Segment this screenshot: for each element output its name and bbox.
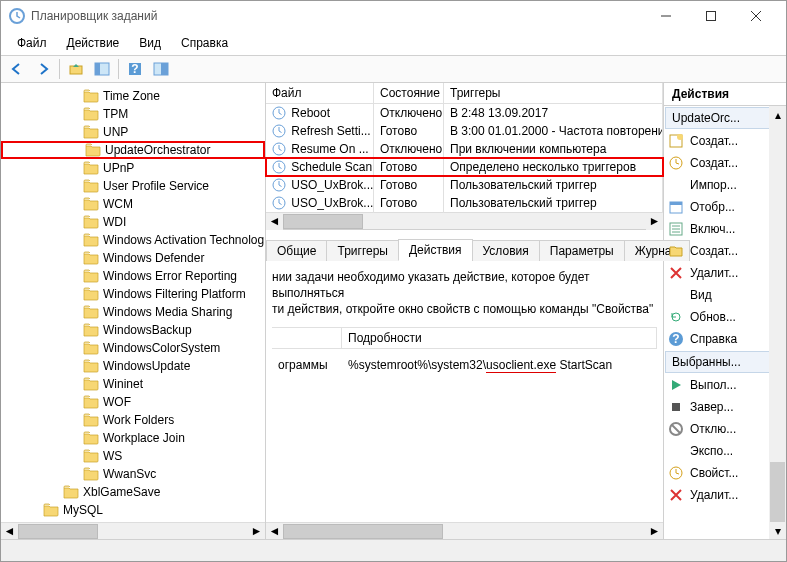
maximize-button[interactable]	[688, 2, 733, 30]
action-item[interactable]: Создат...	[664, 240, 786, 262]
action-item[interactable]: ?Справка	[664, 328, 786, 350]
tree-item[interactable]: Wininet	[1, 375, 265, 393]
minimize-button[interactable]	[643, 2, 688, 30]
tree-item[interactable]: WindowsColorSystem	[1, 339, 265, 357]
tree-item[interactable]: Windows Error Reporting	[1, 267, 265, 285]
col-file[interactable]: Файл	[266, 83, 374, 103]
panel-button[interactable]	[90, 58, 114, 80]
disable-icon	[668, 421, 684, 437]
tree-item[interactable]: Time Zone	[1, 87, 265, 105]
col-state[interactable]: Состояние	[374, 83, 444, 103]
tree-label: WwanSvc	[103, 467, 156, 481]
tree-item[interactable]: WS	[1, 447, 265, 465]
detail-h-scrollbar[interactable]: ◄►	[266, 522, 663, 539]
action-item[interactable]: Создат...	[664, 152, 786, 174]
tab-triggers[interactable]: Триггеры	[326, 240, 399, 261]
folder-icon	[83, 431, 99, 445]
tree-item[interactable]: Windows Activation Technologies	[1, 231, 265, 249]
tab-conditions[interactable]: Условия	[472, 240, 540, 261]
properties-button[interactable]	[149, 58, 173, 80]
tree-item[interactable]: WindowsUpdate	[1, 357, 265, 375]
task-row[interactable]: Refresh Setti...ГотовоВ 3:00 01.01.2000 …	[266, 122, 663, 140]
action-item[interactable]: Удалит...	[664, 484, 786, 506]
tree-item[interactable]: User Profile Service	[1, 177, 265, 195]
tree-item[interactable]: WCM	[1, 195, 265, 213]
tree-item[interactable]: Workplace Join	[1, 429, 265, 447]
menu-bar: Файл Действие Вид Справка	[1, 31, 786, 56]
close-button[interactable]	[733, 2, 778, 30]
tree-item[interactable]: UpdateOrchestrator	[1, 141, 265, 159]
task-row[interactable]: USO_UxBrok...ГотовоПользовательский триг…	[266, 194, 663, 212]
blank-icon	[668, 443, 684, 459]
tree-item[interactable]: UPnP	[1, 159, 265, 177]
col-triggers[interactable]: Триггеры	[444, 83, 663, 103]
action-item[interactable]: Включ...	[664, 218, 786, 240]
tab-actions[interactable]: Действия	[398, 239, 473, 261]
tab-content-actions: нии задачи необходимо указать действие, …	[266, 261, 663, 522]
tree-item[interactable]: Windows Filtering Platform	[1, 285, 265, 303]
task-row[interactable]: RebootОтключеноВ 2:48 13.09.2017	[266, 104, 663, 122]
menu-help[interactable]: Справка	[173, 33, 236, 53]
folder-icon	[83, 233, 99, 247]
menu-file[interactable]: Файл	[9, 33, 55, 53]
actions-group-folder[interactable]: UpdateOrc... ▴	[665, 107, 785, 129]
action-item[interactable]: Свойст...	[664, 462, 786, 484]
action-item[interactable]: Создат...	[664, 130, 786, 152]
task-h-scrollbar[interactable]: ◄►	[266, 212, 663, 229]
detail-col-action[interactable]	[272, 328, 342, 348]
folder-icon	[85, 143, 101, 157]
actions-v-scrollbar[interactable]: ▴▾	[769, 106, 786, 539]
tree-item[interactable]: Windows Defender	[1, 249, 265, 267]
action-item[interactable]: Выпол...	[664, 374, 786, 396]
tree-item[interactable]: WDI	[1, 213, 265, 231]
action-label: Выпол...	[690, 378, 737, 392]
detail-pane: Файл Состояние Триггеры RebootОтключеноВ…	[266, 83, 664, 539]
tab-parameters[interactable]: Параметры	[539, 240, 625, 261]
action-item[interactable]: Экспо...	[664, 440, 786, 462]
refresh-icon	[668, 309, 684, 325]
menu-view[interactable]: Вид	[131, 33, 169, 53]
tree-item[interactable]: TPM	[1, 105, 265, 123]
tab-general[interactable]: Общие	[266, 240, 327, 261]
action-row[interactable]: ограммы %systemroot%\system32\usoclient.…	[272, 349, 657, 375]
task-row[interactable]: USO_UxBrok...ГотовоПользовательский триг…	[266, 176, 663, 194]
task-row[interactable]: Resume On ...ОтключеноПри включении комп…	[266, 140, 663, 158]
tree-item[interactable]: Work Folders	[1, 411, 265, 429]
tree-item[interactable]: WindowsBackup	[1, 321, 265, 339]
up-button[interactable]	[64, 58, 88, 80]
action-label: Вид	[690, 288, 712, 302]
detail-col-details[interactable]: Подробности	[342, 328, 657, 348]
menu-action[interactable]: Действие	[59, 33, 128, 53]
tree-item[interactable]: Windows Media Sharing	[1, 303, 265, 321]
clock-icon	[668, 155, 684, 171]
help-button[interactable]: ?	[123, 58, 147, 80]
action-item[interactable]: Обнов...	[664, 306, 786, 328]
action-item[interactable]: Вид▸	[664, 284, 786, 306]
tree-item[interactable]: XblGameSave	[1, 483, 265, 501]
tree-item[interactable]: MySQL	[1, 501, 265, 519]
task-row[interactable]: Schedule ScanГотовоОпределено несколько …	[266, 158, 663, 176]
action-label: Отобр...	[690, 200, 735, 214]
tree-h-scrollbar[interactable]: ◄►	[1, 522, 265, 539]
action-label: Включ...	[690, 222, 735, 236]
folder-icon	[83, 197, 99, 211]
tree-label: WindowsUpdate	[103, 359, 190, 373]
tree-label: WindowsBackup	[103, 323, 192, 337]
action-item[interactable]: Удалит...	[664, 262, 786, 284]
svg-rect-23	[672, 403, 680, 411]
forward-button[interactable]	[31, 58, 55, 80]
tree-label: User Profile Service	[103, 179, 209, 193]
actions-group-selected[interactable]: Выбранны... ▴	[665, 351, 785, 373]
action-item[interactable]: Отобр...	[664, 196, 786, 218]
action-item[interactable]: Завер...	[664, 396, 786, 418]
action-item[interactable]: Импор...	[664, 174, 786, 196]
tree-item[interactable]: WwanSvc	[1, 465, 265, 483]
back-button[interactable]	[5, 58, 29, 80]
tree-label: UNP	[103, 125, 128, 139]
tree-label: WDI	[103, 215, 126, 229]
tree-item[interactable]: UNP	[1, 123, 265, 141]
tree-item[interactable]: WOF	[1, 393, 265, 411]
tree-label: WindowsColorSystem	[103, 341, 220, 355]
action-item[interactable]: Отклю...	[664, 418, 786, 440]
window-title: Планировщик заданий	[31, 9, 643, 23]
